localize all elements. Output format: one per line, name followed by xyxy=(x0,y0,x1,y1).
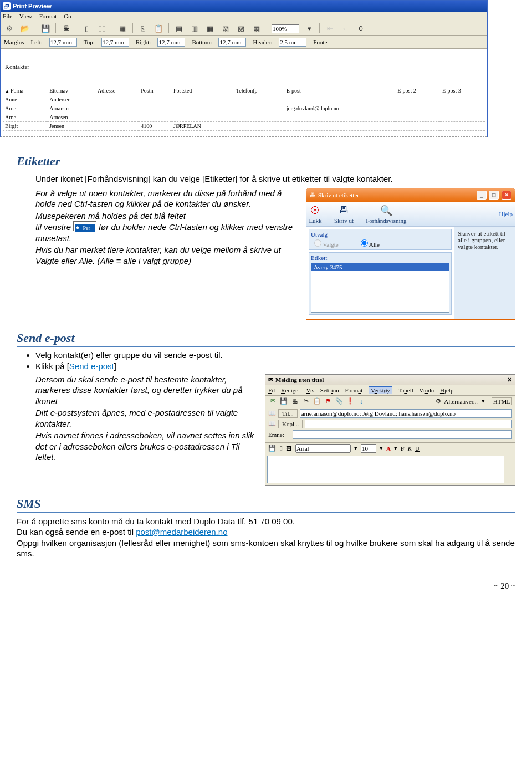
printer-icon: 🖶 xyxy=(337,204,351,217)
send-bullet-1: Velg kontakt(er) eller gruppe du vil sen… xyxy=(35,350,515,360)
col-adresse[interactable]: Adresse xyxy=(95,86,139,95)
flag-icon[interactable]: ⚑ xyxy=(324,397,332,406)
skrivut-button[interactable]: 🖶Skriv ut xyxy=(334,204,354,224)
menu-view[interactable]: View xyxy=(19,13,32,19)
view1-icon[interactable]: ▤ xyxy=(173,23,185,34)
preview-icon: 🔍 xyxy=(380,204,393,217)
zoom-dropdown-icon[interactable]: ▾ xyxy=(304,23,315,34)
mail-close-icon[interactable]: ✕ xyxy=(507,376,512,384)
open-icon[interactable]: 📂 xyxy=(19,23,30,34)
img-icon[interactable]: 🖼 xyxy=(286,445,292,452)
col-poststed[interactable]: Poststed xyxy=(171,86,234,95)
prev-icon[interactable]: ← xyxy=(340,23,351,34)
til-input[interactable] xyxy=(300,409,512,418)
print-mail-icon[interactable]: 🖶 xyxy=(290,397,299,406)
emne-input[interactable] xyxy=(293,430,512,439)
hjelp-button[interactable]: Hjelp xyxy=(499,211,513,217)
lukk-button[interactable]: ⮾Lukk xyxy=(309,204,322,224)
mail-menu-vindu[interactable]: Vindu xyxy=(419,387,434,394)
save2-icon[interactable]: 💾 xyxy=(268,445,276,452)
zoom-field[interactable] xyxy=(272,23,299,33)
etik-intro: Under ikonet [Forhåndsvisning] kan du ve… xyxy=(35,173,515,185)
col-epost[interactable]: E-post xyxy=(284,86,396,95)
mail-menu-fil[interactable]: Fil xyxy=(268,387,275,394)
zoom-input[interactable] xyxy=(272,24,299,33)
italic-icon[interactable]: K xyxy=(408,445,412,452)
col-telefon[interactable]: Telefon(p xyxy=(234,86,284,95)
cut-icon[interactable]: ✂ xyxy=(301,397,310,406)
mail-body-editor[interactable] xyxy=(267,456,513,483)
save-icon[interactable]: 💾 xyxy=(40,23,51,34)
copy-icon[interactable]: ⎘ xyxy=(137,23,149,34)
menu-format[interactable]: Format xyxy=(39,13,57,19)
send-mail-icon[interactable]: ✉ xyxy=(268,397,277,406)
print-icon[interactable]: 🖶 xyxy=(60,23,71,34)
valgte-radio[interactable]: Valgte xyxy=(314,239,339,248)
col-epost2[interactable]: E-post 2 xyxy=(395,86,440,95)
kopi-input[interactable] xyxy=(305,420,512,428)
send-p3: Hvis navnet finnes i adresseboken, vil n… xyxy=(35,430,256,463)
alle-radio[interactable]: Alle xyxy=(361,239,380,248)
save-mail-icon[interactable]: 💾 xyxy=(279,397,288,406)
table-header-row: Forna Etternav Adresse Postn Poststed Te… xyxy=(3,86,485,95)
maximize-icon[interactable]: □ xyxy=(489,191,499,200)
mail-menu-format[interactable]: Format xyxy=(345,387,362,394)
pg-icon[interactable]: ▯ xyxy=(279,445,283,452)
alternativer-label[interactable]: Alternativer... xyxy=(444,398,478,405)
bold-icon[interactable]: F xyxy=(401,445,405,452)
view3-icon[interactable]: ▦ xyxy=(204,23,216,34)
addressbook2-icon[interactable]: 📖 xyxy=(268,420,276,427)
left-input[interactable] xyxy=(49,38,77,47)
send-p2: Ditt e-postsystem åpnes, med e-postadres… xyxy=(35,407,256,429)
gear-icon[interactable]: ⚙ xyxy=(4,23,15,34)
col-epost3[interactable]: E-post 3 xyxy=(440,86,485,95)
mail-menu-rediger[interactable]: Rediger xyxy=(281,387,300,394)
view2-icon[interactable]: ▥ xyxy=(189,23,200,34)
paste-mail-icon[interactable]: 📋 xyxy=(313,397,321,406)
mail-menu-settinn[interactable]: Sett inn xyxy=(320,387,339,394)
close-icon[interactable]: ✕ xyxy=(502,191,511,200)
mail-fields: 📖 Til... 📖 Kopi... Emne: xyxy=(265,407,515,442)
size-select[interactable] xyxy=(361,444,376,453)
til-button[interactable]: Til... xyxy=(278,409,298,418)
menu-go[interactable]: Go xyxy=(64,13,71,19)
underline-icon[interactable]: U xyxy=(415,445,420,452)
mail-menu-hjelp[interactable]: Hjelp xyxy=(440,387,453,394)
sms-email-link[interactable]: post@medarbeideren.no xyxy=(136,527,227,537)
arrow-down-icon[interactable]: ↓ xyxy=(357,397,366,406)
etikett-list[interactable]: Avery 3475 xyxy=(311,263,449,313)
menu-file[interactable]: File xyxy=(3,13,12,19)
importance-icon[interactable]: ❗ xyxy=(346,397,355,406)
minimize-icon[interactable]: _ xyxy=(477,191,487,200)
send-heading: Send e-post xyxy=(17,331,515,347)
utvalg-group: Utvalg Valgte Alle xyxy=(309,229,452,250)
app-icon: 🗗 xyxy=(3,2,11,10)
bottom-input[interactable] xyxy=(218,38,246,47)
view5-icon[interactable]: ▨ xyxy=(236,23,247,34)
first-icon[interactable]: ⇤ xyxy=(324,23,335,34)
top-input[interactable] xyxy=(101,38,129,47)
col-forna[interactable]: Forna xyxy=(3,86,47,95)
font-color-icon[interactable]: A xyxy=(386,445,391,452)
etikett-selected[interactable]: Avery 3475 xyxy=(311,263,449,271)
clipboard-icon[interactable]: 📋 xyxy=(153,23,164,34)
grid-icon[interactable]: ▦ xyxy=(117,23,128,34)
options-icon[interactable]: ⚙ xyxy=(434,397,443,406)
page-icon[interactable]: ▯ xyxy=(81,23,92,34)
kopi-button[interactable]: Kopi... xyxy=(278,420,303,428)
mail-menu-verktoy[interactable]: Verktøy xyxy=(369,386,392,394)
forhandsvisning-button[interactable]: 🔍Forhåndsvisning xyxy=(366,204,406,224)
mail-menu-tabell[interactable]: Tabell xyxy=(398,387,413,394)
view6-icon[interactable]: ▩ xyxy=(251,23,262,34)
pages-icon[interactable]: ▯▯ xyxy=(96,23,108,34)
header-input[interactable] xyxy=(279,38,306,47)
mail-menu-vis[interactable]: Vis xyxy=(306,387,314,394)
attach-icon[interactable]: 📎 xyxy=(335,397,344,406)
col-etternav[interactable]: Etternav xyxy=(47,86,95,95)
pp-menubar: File View Format Go xyxy=(1,12,487,21)
addressbook-icon[interactable]: 📖 xyxy=(268,410,276,417)
font-select[interactable] xyxy=(295,444,351,453)
view4-icon[interactable]: ▧ xyxy=(220,23,231,34)
col-postn[interactable]: Postn xyxy=(139,86,171,95)
right-input[interactable] xyxy=(157,38,185,47)
